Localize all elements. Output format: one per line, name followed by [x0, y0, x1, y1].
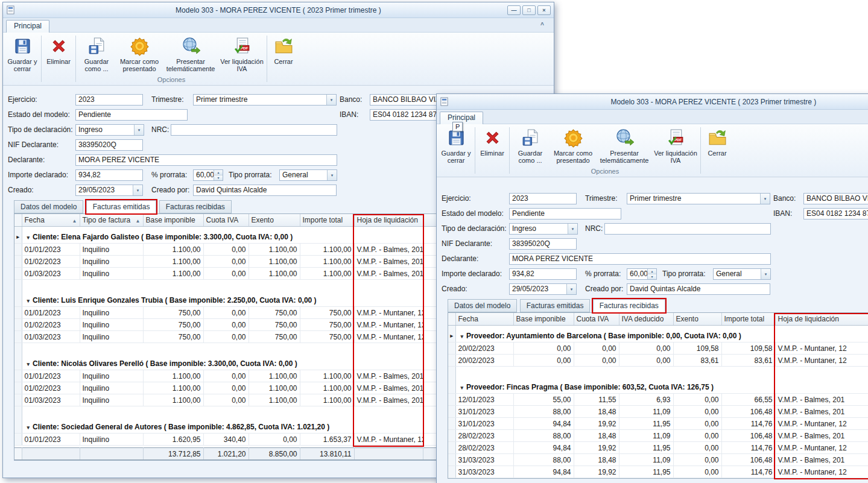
- group-collapse-icon[interactable]: ▾: [27, 425, 30, 431]
- grid-cell[interactable]: 1.100,00: [300, 268, 354, 280]
- spin-down-icon[interactable]: ▾: [214, 175, 223, 180]
- grid-cell[interactable]: 94,84: [513, 442, 574, 454]
- grid-cell[interactable]: 01/01/2023: [22, 434, 80, 446]
- tipo-declaracion-combo[interactable]: Ingreso▾: [509, 223, 578, 235]
- tipo-prorrata-combo[interactable]: General▾: [713, 268, 771, 280]
- titlebar[interactable]: Modelo 303 - MORA PEREZ VICENTE ( 2023 P…: [437, 94, 868, 110]
- grid-cell[interactable]: 1.100,00: [300, 394, 354, 406]
- grid-cell[interactable]: 0,00: [203, 268, 249, 280]
- grid-cell[interactable]: 0,00: [513, 343, 574, 355]
- grid-cell[interactable]: 1.100,00: [300, 382, 354, 394]
- grid-cell[interactable]: 750,00: [143, 319, 203, 331]
- banco-field[interactable]: BANCO BILBAO VIZCAY: [803, 193, 868, 204]
- grid-cell[interactable]: 01/01/2023: [22, 370, 80, 382]
- grid-cell[interactable]: 0,00: [673, 418, 721, 430]
- grid-cell[interactable]: 19,92: [574, 466, 619, 478]
- column-header-base-imponible[interactable]: Base imponible: [143, 214, 203, 226]
- nif-declarante-field[interactable]: 38395020Q: [75, 139, 143, 151]
- grid-cell[interactable]: Inquilino: [80, 394, 143, 406]
- grid-cell[interactable]: 31/01/2023: [455, 418, 513, 430]
- grid-cell[interactable]: Inquilino: [80, 256, 143, 268]
- grid-cell[interactable]: 1.100,00: [300, 370, 354, 382]
- grid-cell[interactable]: 750,00: [300, 331, 354, 343]
- grid-cell[interactable]: 750,00: [300, 307, 354, 319]
- prorrata-spinner[interactable]: 60,00▴▾: [627, 268, 657, 280]
- group-collapse-icon[interactable]: ▾: [27, 361, 30, 367]
- column-header-iva-deducido[interactable]: IVA deducido: [619, 313, 673, 325]
- tab-facturas-emitidas[interactable]: Facturas emitidas: [520, 299, 591, 312]
- column-header-hoja-de-liquidación[interactable]: Hoja de liquidación: [775, 313, 868, 325]
- grid-cell[interactable]: 0,00: [673, 430, 721, 442]
- grid-cell[interactable]: 0,00: [513, 355, 574, 367]
- grid-cell[interactable]: 18,48: [574, 406, 619, 418]
- grid-cell[interactable]: 6,93: [619, 394, 673, 406]
- maximize-button[interactable]: □: [522, 5, 536, 15]
- nif-declarante-field[interactable]: 38395020Q: [509, 238, 577, 250]
- column-header-importe-total[interactable]: Importe total: [300, 214, 354, 226]
- grid-cell[interactable]: V.M.P. - Muntaner, 12: [775, 418, 868, 430]
- grid-cell[interactable]: Inquilino: [80, 331, 143, 343]
- tipo-declaracion-combo[interactable]: Ingreso▾: [75, 124, 144, 136]
- grid-cell[interactable]: 11,95: [619, 442, 673, 454]
- grid-cell[interactable]: 750,00: [143, 307, 203, 319]
- guardar-como-button[interactable]: Guardar como ...: [511, 125, 550, 166]
- grid-cell[interactable]: 340,40: [203, 434, 249, 446]
- grid-cell[interactable]: Inquilino: [80, 319, 143, 331]
- group-row[interactable]: ▸▾Proveedor: Ayuntamiento de Barcelona (…: [448, 330, 868, 343]
- grid-cell[interactable]: 0,00: [619, 355, 673, 367]
- invoice-row[interactable]: 31/03/202388,0018,4811,090,00106,48V.M.P…: [448, 454, 868, 466]
- trimestre-combo[interactable]: Primer trimestre▾: [627, 193, 770, 204]
- grid-cell[interactable]: 1.100,00: [249, 268, 300, 280]
- prorrata-spinner[interactable]: 60,00▴▾: [193, 169, 223, 181]
- grid-cell[interactable]: 01/02/2023: [22, 382, 80, 394]
- grid-cell[interactable]: 106,48: [721, 406, 775, 418]
- spin-down-icon[interactable]: ▾: [648, 274, 656, 279]
- grid-cell[interactable]: 0,00: [673, 466, 721, 478]
- importe-declarado-field[interactable]: 934,82: [75, 169, 143, 181]
- grid-cell[interactable]: 106,48: [721, 430, 775, 442]
- grid-cell[interactable]: 31/03/2023: [455, 454, 513, 466]
- column-header-fecha[interactable]: Fecha: [455, 313, 513, 325]
- grid-cell[interactable]: 55,00: [513, 394, 574, 406]
- ribbon-tab-principal[interactable]: Principal: [6, 20, 49, 33]
- importe-declarado-field[interactable]: 934,82: [509, 268, 577, 280]
- grid-cell[interactable]: 11,09: [619, 454, 673, 466]
- invoice-row[interactable]: 31/03/202394,8419,9211,950,00114,76V.M.P…: [448, 466, 868, 478]
- grid-cell[interactable]: 0,00: [673, 394, 721, 406]
- nrc-field[interactable]: [604, 223, 771, 235]
- tipo-prorrata-combo[interactable]: General▾: [279, 169, 337, 181]
- cerrar-button[interactable]: Cerrar: [702, 125, 732, 166]
- nrc-field[interactable]: [171, 124, 337, 136]
- grid-cell[interactable]: 0,00: [203, 244, 249, 256]
- grid-cell[interactable]: Inquilino: [80, 268, 143, 280]
- grid-cell[interactable]: V.M.P. - Muntaner, 12: [775, 355, 868, 367]
- column-header-fecha[interactable]: Fecha▲: [22, 214, 80, 226]
- grid-cell[interactable]: 20/02/2023: [455, 355, 513, 367]
- grid-cell[interactable]: 0,00: [673, 454, 721, 466]
- creado-date-combo[interactable]: 29/05/2023▾: [75, 185, 143, 196]
- grid-cell[interactable]: 750,00: [249, 307, 300, 319]
- grid-cell[interactable]: 11,95: [619, 466, 673, 478]
- grid-cell[interactable]: 01/02/2023: [22, 319, 80, 331]
- invoice-row[interactable]: 31/01/202394,8419,9211,950,00114,76V.M.P…: [448, 418, 868, 430]
- grid-cell[interactable]: V.M.P. - Balmes, 201: [354, 268, 423, 280]
- creado-date-combo[interactable]: 29/05/2023▾: [509, 283, 577, 295]
- eliminar-button[interactable]: Eliminar: [43, 34, 74, 75]
- eliminar-button[interactable]: Eliminar: [477, 125, 508, 166]
- grid-cell[interactable]: 1.100,00: [249, 370, 300, 382]
- grid-cell[interactable]: 0,00: [673, 406, 721, 418]
- declarante-field[interactable]: MORA PEREZ VICENTE: [509, 253, 771, 265]
- grid-cell[interactable]: 31/01/2023: [455, 406, 513, 418]
- tab-datos-del-modelo[interactable]: Datos del modelo: [448, 299, 517, 312]
- grid-cell[interactable]: 01/03/2023: [22, 331, 80, 343]
- grid-cell[interactable]: 88,00: [513, 430, 574, 442]
- tab-facturas-recibidas[interactable]: Facturas recibidas: [593, 299, 665, 312]
- tab-facturas-recibidas[interactable]: Facturas recibidas: [159, 200, 232, 213]
- grid-cell[interactable]: Inquilino: [80, 307, 143, 319]
- grid-cell[interactable]: 0,00: [203, 256, 249, 268]
- grid-cell[interactable]: 28/02/2023: [455, 430, 513, 442]
- dropdown-arrow-icon[interactable]: ▾: [761, 269, 770, 279]
- grid-cell[interactable]: V.M.P. - Muntaner, 12: [775, 442, 868, 454]
- group-header[interactable]: ▾Proveedor: Ayuntamiento de Barcelona ( …: [455, 330, 868, 343]
- grid-cell[interactable]: 01/01/2023: [22, 307, 80, 319]
